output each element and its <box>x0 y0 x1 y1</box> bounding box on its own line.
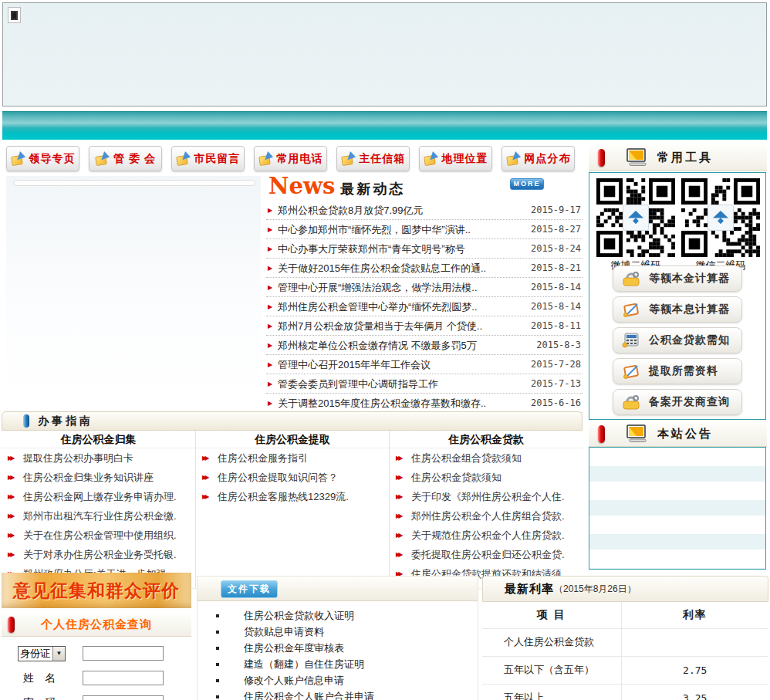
guide-link[interactable]: 郑州市出租汽车行业住房公积金缴. <box>2 506 195 526</box>
guide-link[interactable]: 住房公积金组合贷款须知 <box>390 448 583 468</box>
guide-column-withdrawal: 住房公积金提取 住房公积金服务指引 住房公积金提取知识问答？ 住房公积金客服热线… <box>195 431 389 588</box>
guide-column-loan: 住房公积金贷款 住房公积金组合贷款须知 住房公积金贷款须知 关于印发《郑州住房公… <box>389 431 583 588</box>
news-item[interactable]: 郑州公积金贷款8月放贷7.99亿元2015-9-17 <box>266 201 583 220</box>
service-guide-header: 办事指南 <box>2 411 583 431</box>
loan-notice-button[interactable]: 公积金贷款需知 <box>613 327 742 353</box>
guide-link[interactable]: 关于印发《郑州住房公积金个人住. <box>390 487 583 506</box>
guide-link[interactable]: 住房公积金客服热线12329流. <box>196 487 389 506</box>
broken-image-icon <box>8 7 21 23</box>
downloads-tab-button[interactable]: 文件下载 <box>221 580 278 598</box>
registered-developer-query-button[interactable]: 备案开发商查询 <box>613 389 742 415</box>
password-input[interactable] <box>83 695 164 700</box>
chevron-down-icon: ▼ <box>52 647 65 661</box>
news-date: 2015-8-11 <box>528 316 581 336</box>
carousel-scrollbar[interactable] <box>13 180 255 186</box>
calculator-icon <box>621 332 641 349</box>
guide-link[interactable]: 住房公积金归集业务知识讲座 <box>2 468 195 487</box>
download-link[interactable]: 修改个人账户信息申请 <box>198 672 478 688</box>
rates-table: 项 目 利率 个人住房公积金贷款 五年以下（含五年） 2.75 五年以上 3.2… <box>482 602 768 700</box>
news-logo: News <box>266 173 337 199</box>
news-date: 2015-8-14 <box>528 297 581 316</box>
news-date: 2015-9-17 <box>528 201 581 220</box>
password-label: 密 码 <box>23 696 56 700</box>
news-date: 2015-8-24 <box>528 239 581 259</box>
news-date: 2015-8-27 <box>528 220 581 239</box>
leader-page-icon <box>11 152 25 165</box>
nav-button-committee[interactable]: 管 委 会 <box>89 146 162 171</box>
withdrawal-materials-button[interactable]: 提取所需资料 <box>613 358 742 384</box>
rate-value: 3.25 <box>621 684 768 700</box>
name-input[interactable] <box>83 671 164 685</box>
news-item[interactable]: 管理中心开展“增强法治观念，做学法用法模..2015-8-14 <box>266 278 583 297</box>
id-type-select[interactable]: 身份证 ▼ <box>18 646 66 661</box>
nav-button-location[interactable]: 地理位置 <box>419 146 492 171</box>
name-label: 姓 名 <box>23 671 56 685</box>
news-item[interactable]: 郑州7月公积金放贷量相当于去年俩月 个贷使..2015-8-11 <box>266 316 583 336</box>
common-tools-header: 常用工具 <box>589 145 767 171</box>
guide-link[interactable]: 关于在住房公积金管理中使用组织. <box>2 526 195 545</box>
rates-panel: 最新利率 （2015年8月26日） 项 目 利率 个人住房公积金贷款 五年以下（… <box>482 576 768 700</box>
mailbox-icon <box>341 152 356 165</box>
guide-link[interactable]: 住房公积金提取知识问答？ <box>196 468 389 487</box>
guide-link[interactable]: 住房公积金贷款须知 <box>390 468 583 487</box>
guide-link[interactable]: 郑州住房公积金个人住房组合贷款. <box>390 506 583 526</box>
downloads-panel: 文件下载 住房公积金贷款收入证明 贷款贴息申请资料 住房公积金年度审核表 建造（… <box>197 576 478 700</box>
weibo-qr-code <box>596 178 675 257</box>
guide-link[interactable]: 住房公积金服务指引 <box>196 448 389 468</box>
downloads-header: 文件下载 <box>198 577 478 601</box>
download-link[interactable]: 建造（翻建）自住住房证明 <box>198 656 478 672</box>
download-link[interactable]: 住房公积金年度审核表 <box>198 640 478 656</box>
rates-table-header-row: 项 目 利率 <box>482 602 768 628</box>
toolbox-icon <box>621 394 641 411</box>
guide-link[interactable]: 关于对承办住房公积金业务受托银. <box>2 545 195 564</box>
news-more-button[interactable]: MORE <box>510 178 544 190</box>
download-link[interactable]: 贷款贴息申请资料 <box>198 624 478 640</box>
wechat-qr-block: 微信二维码 <box>681 178 760 272</box>
news-item[interactable]: 关于做好2015年住房公积金贷款贴息工作的通..2015-8-21 <box>266 259 583 278</box>
name-row: 姓 名 <box>2 671 191 686</box>
news-item[interactable]: 中心参加郑州市“缅怀先烈，圆梦中华”演讲..2015-8-27 <box>266 220 583 239</box>
nav-button-director-mailbox[interactable]: 主任信箱 <box>336 146 410 171</box>
common-tools-box: 微博二维码 微信二维码 等额本金计算器 等额本息计算 <box>589 172 766 420</box>
house-logo-icon <box>708 205 734 231</box>
news-title: 最新动态 <box>340 181 405 197</box>
table-row: 个人住房公积金贷款 <box>482 628 768 656</box>
news-item[interactable]: 郑州住房公积金管理中心举办“缅怀先烈圆梦..2015-8-14 <box>266 297 583 316</box>
news-item[interactable]: 管理中心召开2015年半年工作会议2015-7-28 <box>266 355 583 374</box>
id-type-row: 身份证 ▼ <box>2 646 191 661</box>
guide-link[interactable]: 委托提取住房公积金归还公积金贷. <box>390 545 583 564</box>
nav-button-phone[interactable]: 常用电话 <box>254 146 327 171</box>
feedback-banner[interactable]: 意见征集和群众评价 <box>2 573 191 608</box>
bottom-left-panel: 意见征集和群众评价 个人住房公积金查询 身份证 ▼ 姓 名 密 码 <box>2 573 191 700</box>
citizen-message-icon <box>176 152 191 165</box>
top-nav: 领导专页 管 委 会 市民留言 常用电话 主任信箱 地理位置 网点分布 <box>6 146 581 171</box>
rate-value: 2.75 <box>621 656 768 684</box>
nav-button-citizen-message[interactable]: 市民留言 <box>171 146 245 171</box>
guide-link[interactable]: 关于规范住房公积金个人住房贷款. <box>390 526 583 545</box>
news-date: 2015-8-14 <box>528 278 581 297</box>
toolbox-icon <box>621 270 641 287</box>
downloads-list: 住房公积金贷款收入证明 贷款贴息申请资料 住房公积金年度审核表 建造（翻建）自住… <box>198 601 478 700</box>
guide-column-header: 住房公积金贷款 <box>390 431 583 448</box>
guide-column-header: 住房公积金归集 <box>2 431 195 448</box>
personal-query-header: 个人住房公积金查询 <box>2 614 191 637</box>
house-logo-icon <box>623 205 649 231</box>
nav-label: 网点分布 <box>525 152 571 166</box>
download-link[interactable]: 住房公积金个人账户合并申请 <box>198 688 478 700</box>
guide-link[interactable]: 提取住房公积办事明白卡 <box>2 448 195 468</box>
equal-installment-calculator-button[interactable]: 等额本息计算器 <box>613 296 742 323</box>
news-item[interactable]: 管委会委员到管理中心调研指导工作2015-7-13 <box>266 374 583 394</box>
guide-column-header: 住房公积金提取 <box>196 431 389 448</box>
guide-link[interactable]: 住房公积金网上缴存业务申请办理. <box>2 487 195 506</box>
top-banner-placeholder <box>2 2 767 107</box>
news-header: News最新动态 MORE <box>266 174 583 199</box>
news-item[interactable]: 郑州核定单位公积金缴存情况 不缴最多罚5万2015-8-3 <box>266 336 583 355</box>
news-item[interactable]: 关于调整2015年度住房公积金缴存基数和缴存..2015-6-16 <box>266 394 583 413</box>
news-item[interactable]: 中心办事大厅荣获郑州市“青年文明号”称号2015-8-24 <box>266 239 583 259</box>
equal-principal-calculator-button[interactable]: 等额本金计算器 <box>613 265 742 292</box>
download-link[interactable]: 住房公积金贷款收入证明 <box>198 607 478 624</box>
nav-button-leader[interactable]: 领导专页 <box>6 146 79 171</box>
nav-button-branch-map[interactable]: 网点分布 <box>502 146 575 171</box>
homepage: 领导专页 管 委 会 市民留言 常用电话 主任信箱 地理位置 网点分布 <box>0 0 770 700</box>
id-number-input[interactable] <box>83 646 164 661</box>
